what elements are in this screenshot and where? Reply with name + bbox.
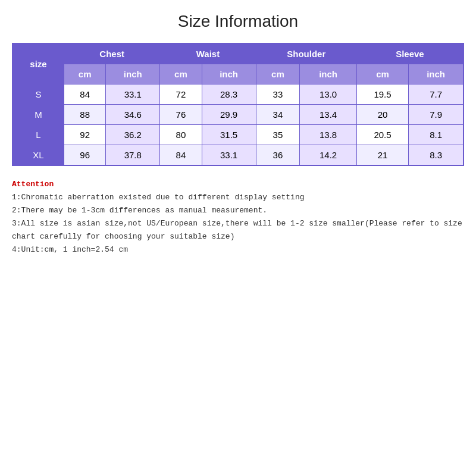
table-cell: 7.7 — [409, 84, 464, 105]
table-cell: 13.8 — [300, 125, 357, 145]
table-cell: S — [12, 84, 64, 105]
table-row: S8433.17228.33313.019.57.7 — [12, 84, 464, 105]
size-column-header: size — [12, 43, 64, 84]
waist-inch-header: inch — [202, 64, 256, 84]
table-cell: 20 — [356, 105, 408, 125]
table-cell: 36 — [256, 145, 300, 166]
table-cell: 33.1 — [106, 84, 160, 105]
sleeve-header: Sleeve — [356, 43, 464, 64]
table-cell: 96 — [64, 145, 106, 166]
table-cell: 35 — [256, 125, 300, 145]
table-cell: 76 — [160, 105, 202, 125]
page-title: Size Information — [12, 12, 464, 31]
table-cell: 36.2 — [106, 125, 160, 145]
sleeve-cm-header: cm — [356, 64, 408, 84]
table-cell: 7.9 — [409, 105, 464, 125]
table-cell: 33 — [256, 84, 300, 105]
table-cell: 31.5 — [202, 125, 256, 145]
waist-header: Waist — [160, 43, 256, 64]
table-cell: 80 — [160, 125, 202, 145]
attention-section: Attention 1:Chromatic aberration existed… — [12, 178, 464, 257]
table-cell: XL — [12, 145, 64, 166]
table-cell: 21 — [356, 145, 408, 166]
size-table: size Chest Waist Shoulder Sleeve cm inch… — [12, 43, 464, 166]
chest-inch-header: inch — [106, 64, 160, 84]
table-row: L9236.28031.53513.820.58.1 — [12, 125, 464, 145]
table-cell: 13.0 — [300, 84, 357, 105]
table-cell: 84 — [64, 84, 106, 105]
table-cell: 13.4 — [300, 105, 357, 125]
table-row: M8834.67629.93413.4207.9 — [12, 105, 464, 125]
chest-cm-header: cm — [64, 64, 106, 84]
attention-lines: 1:Chromatic aberration existed due to di… — [12, 193, 462, 254]
table-cell: L — [12, 125, 64, 145]
shoulder-cm-header: cm — [256, 64, 300, 84]
table-cell: 8.1 — [409, 125, 464, 145]
table-cell: 14.2 — [300, 145, 357, 166]
table-cell: 8.3 — [409, 145, 464, 166]
table-cell: 20.5 — [356, 125, 408, 145]
table-cell: 29.9 — [202, 105, 256, 125]
waist-cm-header: cm — [160, 64, 202, 84]
shoulder-header: Shoulder — [256, 43, 356, 64]
table-row: XL9637.88433.13614.2218.3 — [12, 145, 464, 166]
table-cell: 34.6 — [106, 105, 160, 125]
table-cell: 37.8 — [106, 145, 160, 166]
shoulder-inch-header: inch — [300, 64, 357, 84]
chest-header: Chest — [64, 43, 160, 64]
table-cell: 84 — [160, 145, 202, 166]
table-cell: 28.3 — [202, 84, 256, 105]
table-cell: 92 — [64, 125, 106, 145]
table-cell: 19.5 — [356, 84, 408, 105]
table-cell: M — [12, 105, 64, 125]
attention-title: Attention — [12, 180, 54, 189]
table-cell: 33.1 — [202, 145, 256, 166]
table-cell: 88 — [64, 105, 106, 125]
sleeve-inch-header: inch — [409, 64, 464, 84]
table-cell: 72 — [160, 84, 202, 105]
table-cell: 34 — [256, 105, 300, 125]
